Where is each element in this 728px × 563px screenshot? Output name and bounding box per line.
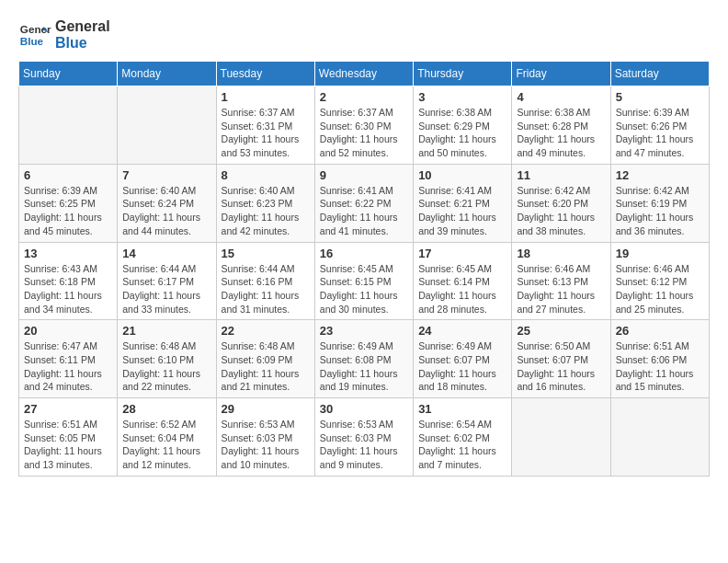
day-header-thursday: Thursday <box>414 62 512 86</box>
day-info: Sunrise: 6:42 AMSunset: 6:20 PMDaylight:… <box>517 184 605 238</box>
day-number: 3 <box>418 90 506 104</box>
calendar-cell: 5Sunrise: 6:39 AMSunset: 6:26 PMDaylight… <box>610 86 709 165</box>
calendar-cell: 23Sunrise: 6:49 AMSunset: 6:08 PMDayligh… <box>314 320 413 398</box>
day-number: 17 <box>418 247 506 260</box>
day-info: Sunrise: 6:37 AMSunset: 6:31 PMDaylight:… <box>222 106 310 160</box>
day-info: Sunrise: 6:45 AMSunset: 6:14 PMDaylight:… <box>418 262 506 316</box>
day-info: Sunrise: 6:44 AMSunset: 6:17 PMDaylight:… <box>122 262 210 316</box>
day-info: Sunrise: 6:48 AMSunset: 6:10 PMDaylight:… <box>122 339 210 394</box>
day-info: Sunrise: 6:37 AMSunset: 6:30 PMDaylight:… <box>320 106 408 160</box>
calendar-week-row: 1Sunrise: 6:37 AMSunset: 6:31 PMDaylight… <box>19 86 710 165</box>
day-header-sunday: Sunday <box>19 62 118 86</box>
day-header-tuesday: Tuesday <box>216 62 314 86</box>
calendar-cell <box>610 398 709 477</box>
calendar-cell: 11Sunrise: 6:42 AMSunset: 6:20 PMDayligh… <box>512 164 610 242</box>
day-info: Sunrise: 6:52 AMSunset: 6:04 PMDaylight:… <box>122 418 210 472</box>
calendar-cell: 31Sunrise: 6:54 AMSunset: 6:02 PMDayligh… <box>414 398 512 477</box>
day-info: Sunrise: 6:48 AMSunset: 6:09 PMDaylight:… <box>222 339 310 394</box>
page-header: General Blue General Blue <box>18 18 710 52</box>
day-info: Sunrise: 6:38 AMSunset: 6:29 PMDaylight:… <box>418 106 506 160</box>
day-number: 6 <box>24 168 112 182</box>
day-number: 27 <box>24 402 112 416</box>
day-header-wednesday: Wednesday <box>314 62 413 86</box>
calendar-header-row: SundayMondayTuesdayWednesdayThursdayFrid… <box>19 62 710 86</box>
day-info: Sunrise: 6:49 AMSunset: 6:07 PMDaylight:… <box>418 339 506 394</box>
calendar-cell: 28Sunrise: 6:52 AMSunset: 6:04 PMDayligh… <box>118 398 216 477</box>
day-number: 28 <box>122 402 210 416</box>
day-header-friday: Friday <box>512 62 610 86</box>
day-info: Sunrise: 6:41 AMSunset: 6:21 PMDaylight:… <box>418 184 506 238</box>
calendar-cell: 6Sunrise: 6:39 AMSunset: 6:25 PMDaylight… <box>19 164 118 242</box>
day-number: 7 <box>122 168 210 182</box>
day-number: 18 <box>517 247 605 260</box>
day-info: Sunrise: 6:54 AMSunset: 6:02 PMDaylight:… <box>418 418 506 472</box>
calendar-week-row: 13Sunrise: 6:43 AMSunset: 6:18 PMDayligh… <box>19 242 710 320</box>
calendar-cell: 2Sunrise: 6:37 AMSunset: 6:30 PMDaylight… <box>314 86 413 165</box>
calendar-cell: 1Sunrise: 6:37 AMSunset: 6:31 PMDaylight… <box>216 86 314 165</box>
day-number: 1 <box>222 90 310 104</box>
calendar-cell: 10Sunrise: 6:41 AMSunset: 6:21 PMDayligh… <box>414 164 512 242</box>
calendar-cell <box>19 86 118 165</box>
day-info: Sunrise: 6:45 AMSunset: 6:15 PMDaylight:… <box>320 262 408 316</box>
calendar-cell <box>512 398 610 477</box>
day-info: Sunrise: 6:47 AMSunset: 6:11 PMDaylight:… <box>24 339 112 394</box>
day-header-monday: Monday <box>118 62 216 86</box>
day-info: Sunrise: 6:41 AMSunset: 6:22 PMDaylight:… <box>320 184 408 238</box>
day-info: Sunrise: 6:42 AMSunset: 6:19 PMDaylight:… <box>616 184 704 238</box>
day-number: 29 <box>222 402 310 416</box>
logo-blue: Blue <box>55 35 110 52</box>
day-info: Sunrise: 6:40 AMSunset: 6:24 PMDaylight:… <box>122 184 210 238</box>
day-info: Sunrise: 6:49 AMSunset: 6:08 PMDaylight:… <box>320 339 408 394</box>
day-number: 5 <box>616 90 704 104</box>
day-number: 10 <box>418 168 506 182</box>
day-info: Sunrise: 6:39 AMSunset: 6:26 PMDaylight:… <box>616 106 704 160</box>
logo-general: General <box>55 18 110 35</box>
calendar-cell: 13Sunrise: 6:43 AMSunset: 6:18 PMDayligh… <box>19 242 118 320</box>
day-number: 19 <box>616 247 704 260</box>
calendar-cell: 19Sunrise: 6:46 AMSunset: 6:12 PMDayligh… <box>610 242 709 320</box>
day-number: 16 <box>320 247 408 260</box>
day-number: 25 <box>517 324 605 338</box>
day-number: 23 <box>320 324 408 338</box>
calendar-week-row: 6Sunrise: 6:39 AMSunset: 6:25 PMDaylight… <box>19 164 710 242</box>
calendar-week-row: 27Sunrise: 6:51 AMSunset: 6:05 PMDayligh… <box>19 398 710 477</box>
day-info: Sunrise: 6:50 AMSunset: 6:07 PMDaylight:… <box>517 339 605 394</box>
day-info: Sunrise: 6:51 AMSunset: 6:05 PMDaylight:… <box>24 418 112 472</box>
day-header-saturday: Saturday <box>610 62 709 86</box>
calendar-cell: 15Sunrise: 6:44 AMSunset: 6:16 PMDayligh… <box>216 242 314 320</box>
day-number: 4 <box>517 90 605 104</box>
calendar-cell <box>118 86 216 165</box>
calendar-cell: 16Sunrise: 6:45 AMSunset: 6:15 PMDayligh… <box>314 242 413 320</box>
day-number: 8 <box>222 168 310 182</box>
calendar-cell: 12Sunrise: 6:42 AMSunset: 6:19 PMDayligh… <box>610 164 709 242</box>
calendar-table: SundayMondayTuesdayWednesdayThursdayFrid… <box>18 61 710 477</box>
day-number: 26 <box>616 324 704 338</box>
day-number: 30 <box>320 402 408 416</box>
calendar-week-row: 20Sunrise: 6:47 AMSunset: 6:11 PMDayligh… <box>19 320 710 398</box>
calendar-cell: 20Sunrise: 6:47 AMSunset: 6:11 PMDayligh… <box>19 320 118 398</box>
day-number: 9 <box>320 168 408 182</box>
calendar-cell: 21Sunrise: 6:48 AMSunset: 6:10 PMDayligh… <box>118 320 216 398</box>
day-number: 11 <box>517 168 605 182</box>
svg-text:Blue: Blue <box>20 35 44 47</box>
day-number: 2 <box>320 90 408 104</box>
day-info: Sunrise: 6:46 AMSunset: 6:12 PMDaylight:… <box>616 262 704 316</box>
day-number: 31 <box>418 402 506 416</box>
logo-icon: General Blue <box>18 18 51 52</box>
day-number: 13 <box>24 247 112 260</box>
svg-text:General: General <box>20 23 51 35</box>
calendar-cell: 7Sunrise: 6:40 AMSunset: 6:24 PMDaylight… <box>118 164 216 242</box>
calendar-cell: 29Sunrise: 6:53 AMSunset: 6:03 PMDayligh… <box>216 398 314 477</box>
day-number: 14 <box>122 247 210 260</box>
day-info: Sunrise: 6:39 AMSunset: 6:25 PMDaylight:… <box>24 184 112 238</box>
day-number: 15 <box>222 247 310 260</box>
calendar-cell: 25Sunrise: 6:50 AMSunset: 6:07 PMDayligh… <box>512 320 610 398</box>
calendar-cell: 18Sunrise: 6:46 AMSunset: 6:13 PMDayligh… <box>512 242 610 320</box>
day-info: Sunrise: 6:43 AMSunset: 6:18 PMDaylight:… <box>24 262 112 316</box>
calendar-cell: 27Sunrise: 6:51 AMSunset: 6:05 PMDayligh… <box>19 398 118 477</box>
day-number: 22 <box>222 324 310 338</box>
calendar-cell: 3Sunrise: 6:38 AMSunset: 6:29 PMDaylight… <box>414 86 512 165</box>
day-number: 20 <box>24 324 112 338</box>
day-info: Sunrise: 6:40 AMSunset: 6:23 PMDaylight:… <box>222 184 310 238</box>
calendar-cell: 26Sunrise: 6:51 AMSunset: 6:06 PMDayligh… <box>610 320 709 398</box>
